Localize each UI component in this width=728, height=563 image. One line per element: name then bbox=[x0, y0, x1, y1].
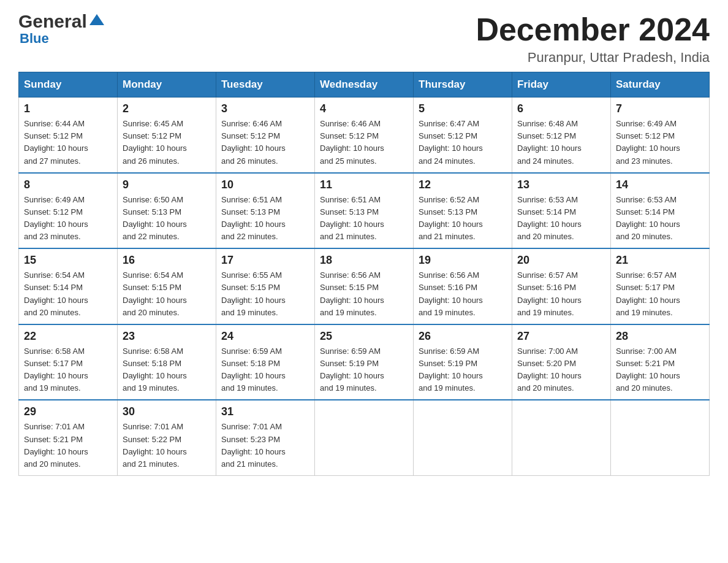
calendar-cell: 28Sunrise: 7:00 AMSunset: 5:21 PMDayligh… bbox=[611, 324, 710, 400]
day-detail: Sunrise: 6:59 AMSunset: 5:18 PMDaylight:… bbox=[221, 345, 309, 395]
calendar-cell bbox=[512, 400, 611, 475]
day-number: 20 bbox=[517, 254, 605, 267]
logo-general: General bbox=[18, 12, 87, 31]
calendar-cell: 18Sunrise: 6:56 AMSunset: 5:15 PMDayligh… bbox=[315, 248, 414, 324]
calendar-cell: 10Sunrise: 6:51 AMSunset: 5:13 PMDayligh… bbox=[216, 173, 315, 249]
day-number: 15 bbox=[24, 254, 112, 267]
day-number: 29 bbox=[24, 405, 112, 418]
day-number: 30 bbox=[123, 405, 211, 418]
calendar-cell: 14Sunrise: 6:53 AMSunset: 5:14 PMDayligh… bbox=[611, 173, 710, 249]
calendar-cell: 17Sunrise: 6:55 AMSunset: 5:15 PMDayligh… bbox=[216, 248, 315, 324]
day-detail: Sunrise: 6:56 AMSunset: 5:16 PMDaylight:… bbox=[419, 269, 507, 319]
calendar-cell: 23Sunrise: 6:58 AMSunset: 5:18 PMDayligh… bbox=[118, 324, 216, 400]
calendar-cell: 24Sunrise: 6:59 AMSunset: 5:18 PMDayligh… bbox=[216, 324, 315, 400]
day-detail: Sunrise: 6:47 AMSunset: 5:12 PMDaylight:… bbox=[419, 118, 507, 167]
logo-blue: Blue bbox=[18, 32, 49, 45]
day-number: 6 bbox=[517, 102, 605, 115]
calendar-cell: 19Sunrise: 6:56 AMSunset: 5:16 PMDayligh… bbox=[414, 248, 512, 324]
calendar-cell: 20Sunrise: 6:57 AMSunset: 5:16 PMDayligh… bbox=[512, 248, 611, 324]
location: Puranpur, Uttar Pradesh, India bbox=[476, 50, 710, 66]
day-number: 27 bbox=[517, 330, 605, 343]
day-number: 12 bbox=[419, 178, 507, 191]
calendar-week-row-1: 1Sunrise: 6:44 AMSunset: 5:12 PMDaylight… bbox=[19, 98, 710, 173]
day-detail: Sunrise: 6:51 AMSunset: 5:13 PMDaylight:… bbox=[221, 194, 309, 243]
calendar-cell: 25Sunrise: 6:59 AMSunset: 5:19 PMDayligh… bbox=[315, 324, 414, 400]
calendar-cell: 1Sunrise: 6:44 AMSunset: 5:12 PMDaylight… bbox=[19, 98, 118, 173]
day-detail: Sunrise: 7:01 AMSunset: 5:23 PMDaylight:… bbox=[221, 421, 309, 470]
day-number: 3 bbox=[221, 102, 309, 115]
day-detail: Sunrise: 6:58 AMSunset: 5:18 PMDaylight:… bbox=[123, 345, 211, 395]
day-detail: Sunrise: 6:57 AMSunset: 5:17 PMDaylight:… bbox=[616, 269, 704, 319]
day-number: 14 bbox=[616, 178, 704, 191]
calendar-cell: 30Sunrise: 7:01 AMSunset: 5:22 PMDayligh… bbox=[118, 400, 216, 475]
weekday-header-row: SundayMondayTuesdayWednesdayThursdayFrid… bbox=[19, 72, 710, 98]
title-block: December 2024 Puranpur, Uttar Pradesh, I… bbox=[476, 12, 710, 66]
day-detail: Sunrise: 6:59 AMSunset: 5:19 PMDaylight:… bbox=[419, 345, 507, 395]
weekday-header-wednesday: Wednesday bbox=[315, 72, 414, 98]
day-number: 19 bbox=[419, 254, 507, 267]
day-number: 8 bbox=[24, 178, 112, 191]
day-detail: Sunrise: 6:49 AMSunset: 5:12 PMDaylight:… bbox=[616, 118, 704, 167]
day-detail: Sunrise: 6:54 AMSunset: 5:14 PMDaylight:… bbox=[24, 269, 112, 319]
day-number: 24 bbox=[221, 330, 309, 343]
calendar-cell bbox=[611, 400, 710, 475]
weekday-header-friday: Friday bbox=[512, 72, 611, 98]
weekday-header-monday: Monday bbox=[118, 72, 216, 98]
day-detail: Sunrise: 6:44 AMSunset: 5:12 PMDaylight:… bbox=[24, 118, 112, 167]
day-number: 22 bbox=[24, 330, 112, 343]
day-detail: Sunrise: 6:45 AMSunset: 5:12 PMDaylight:… bbox=[123, 118, 211, 167]
day-number: 16 bbox=[123, 254, 211, 267]
calendar-cell: 5Sunrise: 6:47 AMSunset: 5:12 PMDaylight… bbox=[414, 98, 512, 173]
day-number: 17 bbox=[221, 254, 309, 267]
calendar-cell: 16Sunrise: 6:54 AMSunset: 5:15 PMDayligh… bbox=[118, 248, 216, 324]
day-detail: Sunrise: 6:58 AMSunset: 5:17 PMDaylight:… bbox=[24, 345, 112, 395]
calendar-cell: 6Sunrise: 6:48 AMSunset: 5:12 PMDaylight… bbox=[512, 98, 611, 173]
day-detail: Sunrise: 7:00 AMSunset: 5:21 PMDaylight:… bbox=[616, 345, 704, 395]
day-detail: Sunrise: 6:53 AMSunset: 5:14 PMDaylight:… bbox=[517, 194, 605, 243]
calendar-cell: 11Sunrise: 6:51 AMSunset: 5:13 PMDayligh… bbox=[315, 173, 414, 249]
weekday-header-tuesday: Tuesday bbox=[216, 72, 315, 98]
day-detail: Sunrise: 6:46 AMSunset: 5:12 PMDaylight:… bbox=[221, 118, 309, 167]
calendar-cell: 13Sunrise: 6:53 AMSunset: 5:14 PMDayligh… bbox=[512, 173, 611, 249]
day-number: 18 bbox=[320, 254, 408, 267]
day-number: 13 bbox=[517, 178, 605, 191]
calendar-cell bbox=[315, 400, 414, 475]
day-number: 7 bbox=[616, 102, 704, 115]
calendar-cell bbox=[414, 400, 512, 475]
calendar-cell: 21Sunrise: 6:57 AMSunset: 5:17 PMDayligh… bbox=[611, 248, 710, 324]
day-detail: Sunrise: 7:00 AMSunset: 5:20 PMDaylight:… bbox=[517, 345, 605, 395]
calendar-week-row-4: 22Sunrise: 6:58 AMSunset: 5:17 PMDayligh… bbox=[19, 324, 710, 400]
day-detail: Sunrise: 6:59 AMSunset: 5:19 PMDaylight:… bbox=[320, 345, 408, 395]
calendar-cell: 22Sunrise: 6:58 AMSunset: 5:17 PMDayligh… bbox=[19, 324, 118, 400]
day-number: 4 bbox=[320, 102, 408, 115]
day-detail: Sunrise: 6:52 AMSunset: 5:13 PMDaylight:… bbox=[419, 194, 507, 243]
calendar-table: SundayMondayTuesdayWednesdayThursdayFrid… bbox=[18, 72, 710, 476]
calendar-cell: 31Sunrise: 7:01 AMSunset: 5:23 PMDayligh… bbox=[216, 400, 315, 475]
day-number: 2 bbox=[123, 102, 211, 115]
day-number: 23 bbox=[123, 330, 211, 343]
day-detail: Sunrise: 7:01 AMSunset: 5:21 PMDaylight:… bbox=[24, 421, 112, 470]
page-header: General Blue December 2024 Puranpur, Utt… bbox=[18, 12, 710, 66]
calendar-cell: 7Sunrise: 6:49 AMSunset: 5:12 PMDaylight… bbox=[611, 98, 710, 173]
day-detail: Sunrise: 7:01 AMSunset: 5:22 PMDaylight:… bbox=[123, 421, 211, 470]
day-number: 25 bbox=[320, 330, 408, 343]
day-detail: Sunrise: 6:48 AMSunset: 5:12 PMDaylight:… bbox=[517, 118, 605, 167]
day-detail: Sunrise: 6:56 AMSunset: 5:15 PMDaylight:… bbox=[320, 269, 408, 319]
calendar-cell: 2Sunrise: 6:45 AMSunset: 5:12 PMDaylight… bbox=[118, 98, 216, 173]
calendar-cell: 9Sunrise: 6:50 AMSunset: 5:13 PMDaylight… bbox=[118, 173, 216, 249]
day-number: 1 bbox=[24, 102, 112, 115]
day-number: 28 bbox=[616, 330, 704, 343]
day-detail: Sunrise: 6:55 AMSunset: 5:15 PMDaylight:… bbox=[221, 269, 309, 319]
day-number: 31 bbox=[221, 405, 309, 418]
day-number: 9 bbox=[123, 178, 211, 191]
month-title: December 2024 bbox=[476, 12, 710, 47]
calendar-cell: 29Sunrise: 7:01 AMSunset: 5:21 PMDayligh… bbox=[19, 400, 118, 475]
day-number: 5 bbox=[419, 102, 507, 115]
day-detail: Sunrise: 6:50 AMSunset: 5:13 PMDaylight:… bbox=[123, 194, 211, 243]
calendar-week-row-5: 29Sunrise: 7:01 AMSunset: 5:21 PMDayligh… bbox=[19, 400, 710, 475]
day-detail: Sunrise: 6:57 AMSunset: 5:16 PMDaylight:… bbox=[517, 269, 605, 319]
calendar-cell: 27Sunrise: 7:00 AMSunset: 5:20 PMDayligh… bbox=[512, 324, 611, 400]
weekday-header-thursday: Thursday bbox=[414, 72, 512, 98]
weekday-header-saturday: Saturday bbox=[611, 72, 710, 98]
calendar-week-row-3: 15Sunrise: 6:54 AMSunset: 5:14 PMDayligh… bbox=[19, 248, 710, 324]
